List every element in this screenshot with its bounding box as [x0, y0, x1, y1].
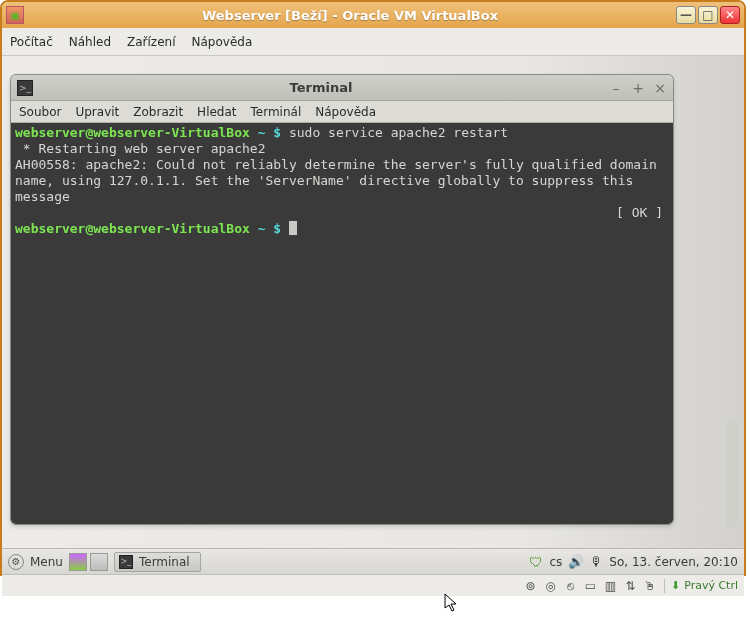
guest-taskbar: ⚙ Menu >_ Terminal 🛡 cs 🔊 🎙 So, 13. červ… — [2, 548, 744, 574]
term-menu-help[interactable]: Nápověda — [315, 105, 376, 119]
vbox-menubar: Počítač Náhled Zařízení Nápověda — [2, 28, 744, 56]
start-menu-button[interactable]: Menu — [30, 555, 63, 569]
prompt-user: webserver@webserver-VirtualBox — [15, 125, 250, 140]
hdd-icon[interactable]: ⊚ — [523, 578, 538, 593]
maximize-button[interactable]: □ — [698, 6, 718, 24]
system-tray: 🛡 cs 🔊 🎙 So, 13. červen, 20:10 — [529, 554, 738, 570]
virtualbox-window: ▣ Webserver [Beží] - Oracle VM VirtualBo… — [0, 0, 746, 576]
task-label: Terminal — [139, 555, 190, 569]
mouse-cursor-icon — [444, 593, 460, 613]
output-line: * Restarting web server apache2 — [15, 141, 265, 156]
term-menu-view[interactable]: Zobrazit — [133, 105, 183, 119]
arrow-down-icon: ⬇ — [671, 579, 680, 592]
clock[interactable]: So, 13. červen, 20:10 — [609, 555, 738, 569]
taskbar-task-terminal[interactable]: >_ Terminal — [114, 552, 201, 572]
vbox-window-controls: — □ ✕ — [676, 6, 740, 24]
workspace-icon[interactable] — [90, 553, 108, 571]
guest-desktop[interactable]: >_ Terminal – + × Soubor Upravit Zobrazi… — [2, 56, 744, 574]
workspace-icon[interactable] — [69, 553, 87, 571]
gear-icon[interactable]: ⚙ — [8, 554, 24, 570]
vbox-title: Webserver [Beží] - Oracle VM VirtualBox — [28, 8, 672, 23]
terminal-titlebar[interactable]: >_ Terminal – + × — [11, 75, 673, 101]
terminal-icon: >_ — [119, 555, 133, 569]
term-menu-search[interactable]: Hledat — [197, 105, 236, 119]
close-button[interactable]: ✕ — [720, 6, 740, 24]
menu-help[interactable]: Nápověda — [192, 35, 253, 49]
scrollbar[interactable] — [726, 420, 738, 528]
term-minimize-button[interactable]: – — [609, 81, 623, 95]
prompt-path: ~ $ — [258, 221, 281, 236]
term-maximize-button[interactable]: + — [631, 81, 645, 95]
cursor — [289, 221, 297, 235]
terminal-icon: >_ — [17, 80, 33, 96]
prompt-user: webserver@webserver-VirtualBox — [15, 221, 250, 236]
terminal-menubar: Soubor Upravit Zobrazit Hledat Terminál … — [11, 101, 673, 123]
vbox-app-icon: ▣ — [6, 6, 24, 24]
microphone-icon[interactable]: 🎙 — [590, 554, 603, 569]
optical-icon[interactable]: ◎ — [543, 578, 558, 593]
term-menu-edit[interactable]: Upravit — [75, 105, 119, 119]
keyboard-layout-indicator[interactable]: cs — [549, 555, 562, 569]
terminal-window: >_ Terminal – + × Soubor Upravit Zobrazi… — [10, 74, 674, 525]
output-line: AH00558: apache2: Could not reliably det… — [15, 157, 665, 204]
display-icon[interactable]: ▥ — [603, 578, 618, 593]
term-close-button[interactable]: × — [653, 81, 667, 95]
status-ok: [ OK ] — [616, 205, 669, 221]
network-icon[interactable]: ⇅ — [623, 578, 638, 593]
terminal-title: Terminal — [39, 80, 603, 95]
vbox-titlebar[interactable]: ▣ Webserver [Beží] - Oracle VM VirtualBo… — [2, 2, 744, 28]
command-text: sudo service apache2 restart — [289, 125, 508, 140]
menu-machine[interactable]: Počítač — [10, 35, 53, 49]
menu-view[interactable]: Náhled — [69, 35, 111, 49]
usb-icon[interactable]: ⎋ — [563, 578, 578, 593]
minimize-button[interactable]: — — [676, 6, 696, 24]
menu-devices[interactable]: Zařízení — [127, 35, 175, 49]
shared-folder-icon[interactable]: ▭ — [583, 578, 598, 593]
term-menu-terminal[interactable]: Terminál — [251, 105, 302, 119]
host-key-indicator[interactable]: ⬇ Pravý Ctrl — [671, 579, 738, 592]
shield-icon[interactable]: 🛡 — [529, 554, 543, 570]
workspace-switcher[interactable] — [69, 553, 108, 571]
prompt-path: ~ $ — [258, 125, 281, 140]
terminal-output[interactable]: webserver@webserver-VirtualBox ~ $ sudo … — [11, 123, 673, 524]
volume-icon[interactable]: 🔊 — [568, 554, 584, 569]
terminal-window-controls: – + × — [609, 81, 667, 95]
term-menu-file[interactable]: Soubor — [19, 105, 61, 119]
vbox-statusbar: ⊚ ◎ ⎋ ▭ ▥ ⇅ 🖱 ⬇ Pravý Ctrl — [2, 574, 744, 596]
vbox-status-icons: ⊚ ◎ ⎋ ▭ ▥ ⇅ 🖱 — [523, 578, 658, 593]
host-key-label: Pravý Ctrl — [684, 579, 738, 592]
mouse-integration-icon[interactable]: 🖱 — [643, 578, 658, 593]
